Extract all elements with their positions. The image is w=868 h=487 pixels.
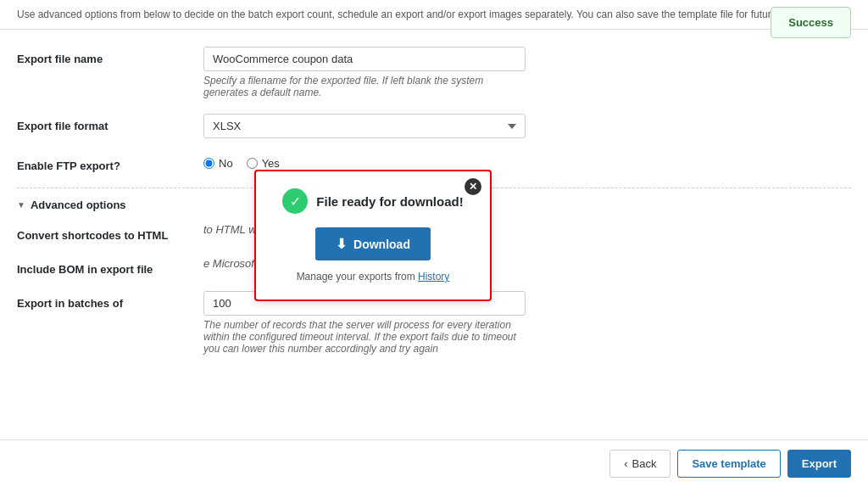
- export-file-name-field: Specify a filename for the exported file…: [203, 47, 851, 98]
- ftp-yes-option[interactable]: Yes: [247, 157, 280, 170]
- ftp-no-option[interactable]: No: [203, 157, 233, 170]
- download-button[interactable]: ⬇ Download: [315, 227, 431, 260]
- convert-shortcodes-label: Convert shortcodes to HTML: [17, 223, 203, 242]
- export-file-name-label: Export file name: [17, 47, 203, 65]
- success-toast: Success: [771, 7, 851, 38]
- manage-exports-text: Manage your exports from: [297, 271, 415, 283]
- history-link[interactable]: History: [418, 271, 449, 283]
- include-bom-label: Include BOM in export file: [17, 257, 203, 276]
- export-file-format-field: XLSX CSV XML JSON: [203, 114, 851, 138]
- page-wrapper: Use advanced options from below to decid…: [0, 0, 868, 487]
- export-label: Export: [802, 457, 837, 470]
- back-label: Back: [632, 457, 656, 470]
- export-file-name-input[interactable]: [203, 47, 526, 71]
- export-button[interactable]: Export: [787, 450, 851, 478]
- close-modal-button[interactable]: ✕: [465, 178, 481, 195]
- download-modal: ✕ ✓ File ready for download! ⬇ Download …: [254, 170, 492, 301]
- top-description: Use advanced options from below to decid…: [0, 0, 868, 30]
- export-batches-label: Export in batches of: [17, 291, 203, 310]
- footer-bar: ‹ Back Save template Export: [0, 439, 868, 487]
- ftp-no-label: No: [219, 157, 233, 170]
- description-text: Use advanced options from below to decid…: [17, 8, 815, 20]
- modal-header: ✓ File ready for download!: [273, 188, 473, 214]
- export-file-format-label: Export file format: [17, 114, 203, 132]
- check-circle-icon: ✓: [282, 188, 308, 214]
- modal-title: File ready for download!: [316, 194, 463, 209]
- export-file-name-row: Export file name Specify a filename for …: [17, 47, 851, 98]
- save-template-button[interactable]: Save template: [677, 450, 780, 478]
- advanced-options-label: Advanced options: [31, 199, 126, 211]
- download-icon: ⬇: [336, 236, 347, 252]
- ftp-no-radio[interactable]: [203, 158, 214, 169]
- export-file-format-select[interactable]: XLSX CSV XML JSON: [203, 114, 526, 138]
- download-btn-label: Download: [353, 238, 410, 251]
- ftp-radio-group: No Yes: [203, 154, 851, 170]
- export-file-format-row: Export file format XLSX CSV XML JSON: [17, 114, 851, 138]
- success-label: Success: [788, 16, 833, 29]
- back-chevron-icon: ‹: [624, 457, 627, 470]
- export-batches-hint: The number of records that the server wi…: [203, 319, 526, 355]
- ftp-yes-radio[interactable]: [247, 158, 258, 169]
- history-text: Manage your exports from History: [273, 271, 473, 283]
- enable-ftp-field: No Yes: [203, 154, 851, 170]
- back-button[interactable]: ‹ Back: [609, 450, 670, 478]
- arrow-down-icon: ▼: [17, 200, 25, 210]
- ftp-yes-label: Yes: [262, 157, 280, 170]
- save-template-label: Save template: [692, 457, 765, 470]
- enable-ftp-label: Enable FTP export?: [17, 154, 203, 172]
- export-file-name-hint: Specify a filename for the exported file…: [203, 75, 526, 98]
